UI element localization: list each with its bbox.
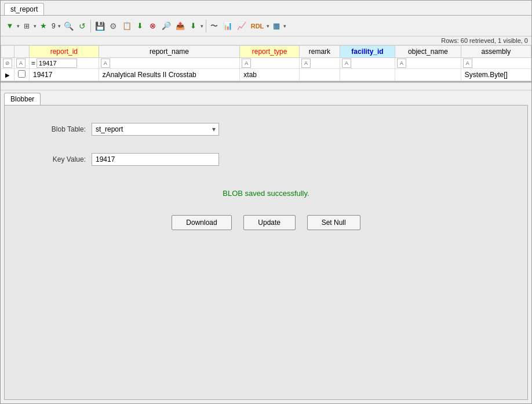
table-view-icon: ▦ — [273, 21, 280, 30]
blobber-tab[interactable]: Blobber — [4, 93, 41, 105]
cell-assembly: System.Byte[] — [461, 69, 531, 81]
gear-icon: ⚙ — [110, 21, 117, 31]
filter-text-icon[interactable]: A — [16, 59, 25, 68]
chart-wave-button[interactable]: 〜 — [209, 18, 220, 34]
blob-table-select[interactable]: st_report — [92, 123, 219, 136]
rdl-dropdown-arrow[interactable]: ▾ — [267, 23, 269, 29]
rdl-button[interactable]: RDL — [249, 18, 266, 34]
search-button[interactable]: 🔍 — [62, 18, 75, 34]
filter-button[interactable]: ▼ — [4, 18, 16, 34]
settings-button[interactable]: ⚙ — [108, 18, 119, 34]
move-down-button[interactable]: ⬇ — [134, 18, 146, 34]
filter-assembly-cell: A — [461, 58, 531, 69]
refresh-button[interactable]: ↺ — [76, 18, 88, 34]
grid-button[interactable]: ⊞ — [21, 18, 32, 34]
blob-table-select-wrapper: st_report — [92, 123, 219, 136]
col-checkbox — [14, 46, 30, 58]
row-checkbox-cell — [14, 69, 30, 81]
filter-remark-cell: A — [299, 58, 340, 69]
col-object-name[interactable]: object_name — [395, 46, 461, 58]
blobber-panel: Blob Table: st_report Key Value: BLOB sa… — [4, 105, 528, 400]
cell-object-name — [395, 69, 461, 81]
col-report-name[interactable]: report_name — [99, 46, 240, 58]
button-row: Download Update Set Null — [28, 209, 504, 239]
cancel-icon: ⊗ — [150, 21, 156, 30]
row-checkbox[interactable] — [18, 70, 25, 78]
top-tab-bar: st_report — [1, 1, 531, 16]
filter-report-name-icon[interactable]: A — [101, 59, 110, 68]
table-dropdown-arrow[interactable]: ▾ — [283, 23, 286, 29]
status-text: Rows: 60 retrieved, 1 visible, 0 — [441, 37, 528, 44]
col-remark[interactable]: remark — [299, 46, 340, 58]
export-button[interactable]: 📤 — [174, 18, 187, 34]
horizontal-scrollbar[interactable] — [1, 82, 531, 90]
st-report-tab[interactable]: st_report — [4, 3, 44, 15]
col-assembly[interactable]: assembly — [461, 46, 531, 58]
num-dropdown-arrow[interactable]: ▾ — [58, 23, 61, 29]
filter-row: ⊘ A = A — [1, 58, 531, 69]
data-grid: report_id report_name report_type remark… — [1, 45, 531, 82]
panel-tab-bar: Blobber — [1, 90, 531, 105]
key-value-label: Key Value: — [28, 155, 86, 163]
filter-mode-icon[interactable]: ⊘ — [3, 59, 12, 68]
search-icon: 🔍 — [64, 21, 74, 31]
filter-indicator-cell: ⊘ — [1, 58, 14, 69]
download-dropdown-arrow[interactable]: ▾ — [201, 23, 203, 29]
cancel-button[interactable]: ⊗ — [147, 18, 159, 34]
filter-report-type-icon[interactable]: A — [242, 59, 251, 68]
cell-report-name: zAnalytical Results II Crosstab — [99, 69, 240, 81]
grid-icon: ⊞ — [24, 22, 30, 30]
filter-eq-sign: = — [31, 59, 35, 67]
status-bar: Rows: 60 retrieved, 1 visible, 0 — [1, 37, 531, 45]
download-icon: ⬇ — [190, 21, 196, 30]
sep-1 — [90, 20, 91, 32]
filter-remark-icon[interactable]: A — [301, 59, 311, 68]
filter-facility-id-cell: A — [340, 58, 395, 69]
filter-facility-icon[interactable]: A — [342, 59, 351, 68]
bar-chart-icon: 📊 — [223, 21, 232, 30]
cell-remark — [299, 69, 340, 81]
find-icon: 🔎 — [162, 21, 171, 30]
download-button[interactable]: Download — [172, 215, 231, 230]
filter-dropdown-arrow[interactable]: ▾ — [17, 23, 20, 29]
filter-report-id-cell: = — [30, 58, 99, 69]
export-icon: 📤 — [176, 21, 185, 30]
blob-table-label: Blob Table: — [28, 125, 86, 133]
col-report-type[interactable]: report_type — [240, 46, 300, 58]
success-message: BLOB saved successfully. — [28, 189, 504, 198]
col-facility-id[interactable]: facility_id — [340, 46, 395, 58]
filter-report-name-cell: A — [99, 58, 240, 69]
line-chart-button[interactable]: 📈 — [235, 18, 248, 34]
wave-icon: 〜 — [210, 21, 218, 31]
download-toolbar-button[interactable]: ⬇ — [188, 18, 199, 34]
filter-object-icon[interactable]: A — [397, 59, 406, 68]
table-row[interactable]: ▶ 19417 zAnalytical Results II Crosstab … — [1, 69, 531, 81]
update-button[interactable]: Update — [243, 215, 296, 230]
column-header-row: report_id report_name report_type remark… — [1, 46, 531, 58]
bookmark-button[interactable]: ★ — [38, 18, 49, 34]
col-indicator — [1, 46, 14, 58]
col-report-id[interactable]: report_id — [30, 46, 99, 58]
sep-2 — [206, 20, 206, 32]
table-view-button[interactable]: ▦ — [271, 18, 282, 34]
toolbar: ▼ ▾ ⊞ ▾ ★ 9 ▾ 🔍 ↺ 💾 ⚙ 📋 ⬇ — [1, 16, 531, 37]
bar-chart-button[interactable]: 📊 — [221, 18, 234, 34]
star-icon: ★ — [40, 21, 47, 30]
edit-button[interactable]: 📋 — [121, 18, 133, 34]
set-null-button[interactable]: Set Null — [307, 215, 360, 230]
row-count: 9 — [50, 22, 57, 30]
filter-report-type-cell: A — [240, 58, 300, 69]
refresh-icon: ↺ — [79, 21, 86, 31]
row-arrow-icon: ▶ — [5, 72, 10, 78]
row-arrow-cell: ▶ — [1, 69, 14, 81]
save-button[interactable]: 💾 — [93, 18, 107, 34]
main-window: st_report ▼ ▾ ⊞ ▾ ★ 9 ▾ 🔍 ↺ 💾 ⚙ 📋 — [0, 0, 532, 404]
grid-table: report_id report_name report_type remark… — [1, 45, 531, 81]
filter-assembly-icon[interactable]: A — [463, 59, 472, 68]
filter-report-id-input[interactable] — [37, 59, 77, 68]
move-down-icon: ⬇ — [137, 21, 143, 30]
key-value-input[interactable] — [92, 153, 219, 166]
lower-panel: Blobber Blob Table: st_report Key Value:… — [1, 90, 531, 403]
find-button[interactable]: 🔎 — [160, 18, 173, 34]
grid-dropdown-arrow[interactable]: ▾ — [34, 23, 37, 29]
